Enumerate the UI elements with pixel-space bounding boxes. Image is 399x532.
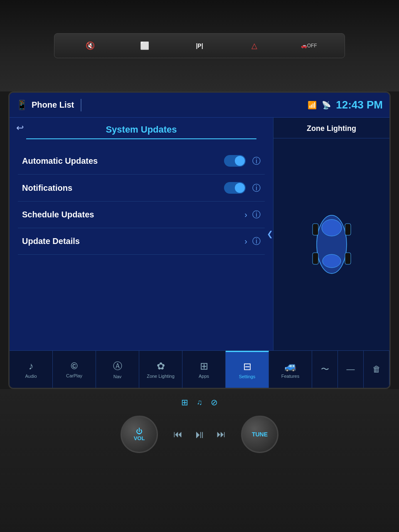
automatic-updates-toggle[interactable]	[224, 155, 246, 167]
mute-button[interactable]: 🔇	[82, 37, 99, 54]
nav-icon: Ⓐ	[113, 360, 122, 372]
notifications-row: Notifications ⓘ	[18, 175, 265, 202]
update-details-row[interactable]: Update Details › ⓘ	[18, 228, 265, 255]
settings-icon: ⊟	[243, 361, 251, 372]
notifications-toggle[interactable]	[224, 182, 246, 194]
physical-controls-bar: 🔇 ⬜ |P| △ 🚗OFF	[54, 33, 345, 58]
vehicle-off-button[interactable]: 🚗OFF	[300, 37, 317, 54]
features-label: Features	[281, 374, 299, 379]
header-bar: 📱 Phone List 📶 📡 12:43 PM	[10, 93, 389, 118]
nav-label: Nav	[113, 374, 122, 379]
signal-icon: 📶	[308, 101, 317, 110]
svg-point-2	[323, 254, 341, 268]
phone-icon: 📱	[16, 100, 27, 111]
main-content-wrapper: ↩ System Updates Automatic Updates ⓘ Not…	[10, 118, 389, 350]
notifications-info-icon[interactable]: ⓘ	[252, 182, 261, 194]
toggle-knob-2	[235, 183, 245, 193]
update-details-chevron: ›	[244, 236, 247, 246]
extra-icon-3: 🗑	[372, 365, 381, 374]
extra-icon-1: 〜	[321, 364, 329, 375]
car-display	[298, 138, 365, 350]
settings-list: Automatic Updates ⓘ Notifications ⓘ	[10, 148, 273, 255]
schedule-updates-info-icon[interactable]: ⓘ	[252, 209, 261, 220]
header-divider	[81, 99, 81, 111]
svg-rect-4	[345, 224, 351, 235]
audio-label: Audio	[25, 374, 37, 379]
automatic-updates-row: Automatic Updates ⓘ	[18, 148, 265, 175]
volume-knob[interactable]: ⏻ VOL	[121, 416, 158, 453]
tune-label: TUNE	[252, 431, 268, 438]
main-content: ↩ System Updates Automatic Updates ⓘ Not…	[10, 118, 389, 350]
header-right: 📶 📡 12:43 PM	[308, 99, 383, 111]
section-title: System Updates	[26, 118, 256, 139]
svg-point-1	[322, 219, 342, 236]
panel-resize-handle[interactable]: ❮	[267, 229, 273, 239]
automatic-updates-label: Automatic Updates	[22, 156, 224, 166]
settings-label: Settings	[239, 374, 256, 379]
apps-icon: ⊞	[200, 360, 208, 372]
nav-nav[interactable]: Ⓐ Nav	[96, 351, 139, 388]
car-diagram	[307, 203, 357, 286]
vol-label: VOL	[134, 435, 145, 441]
extra-icon-2: —	[347, 365, 355, 374]
carplay-label: CarPlay	[66, 373, 82, 378]
nav-extra-2[interactable]: —	[338, 351, 364, 388]
svg-rect-5	[313, 253, 318, 264]
media-controls: ⏮ ⏯ ⏭	[170, 427, 229, 442]
left-panel: ↩ System Updates Automatic Updates ⓘ Not…	[10, 118, 273, 350]
mute-small-button[interactable]: ⊘	[211, 397, 218, 407]
toggle-knob	[235, 156, 245, 166]
nav-audio[interactable]: ♪ Audio	[10, 351, 53, 388]
infotainment-screen: 📱 Phone List 📶 📡 12:43 PM ↩ System Updat…	[8, 91, 391, 389]
update-details-label: Update Details	[22, 236, 244, 246]
nav-bar: ♪ Audio © CarPlay Ⓐ Nav ✿ Zone Lighting …	[10, 350, 389, 388]
back-button[interactable]: ↩	[16, 123, 24, 133]
top-bezel: 🔇 ⬜ |P| △ 🚗OFF	[0, 0, 399, 91]
zone-lighting-icon: ✿	[157, 360, 165, 372]
schedule-updates-chevron: ›	[244, 210, 247, 219]
schedule-updates-label: Schedule Updates	[22, 210, 244, 219]
notifications-label: Notifications	[22, 183, 224, 193]
audio-icon: ♪	[29, 360, 34, 372]
header-title: Phone List	[32, 100, 74, 110]
nav-features[interactable]: 🚙 Features	[269, 351, 312, 388]
automatic-updates-info-icon[interactable]: ⓘ	[252, 155, 261, 167]
nav-extra-3[interactable]: 🗑	[364, 351, 389, 388]
eq-button[interactable]: ⊞	[181, 397, 188, 407]
clock-display: 12:43 PM	[336, 99, 383, 111]
nav-apps[interactable]: ⊞ Apps	[182, 351, 226, 388]
small-buttons-row: ⊞ ♫ ⊘	[181, 397, 218, 407]
nav-extra-1[interactable]: 〜	[312, 351, 338, 388]
play-pause-button[interactable]: ⏯	[192, 427, 207, 442]
media-type-button[interactable]: ♫	[197, 398, 202, 407]
zone-lighting-title: Zone Lighting	[273, 118, 389, 138]
power-icon: ⏻	[136, 428, 143, 435]
schedule-updates-row[interactable]: Schedule Updates › ⓘ	[18, 202, 265, 228]
carplay-icon: ©	[71, 361, 77, 372]
svg-rect-3	[313, 224, 318, 235]
screen-button[interactable]: ⬜	[136, 37, 153, 54]
nav-zone-lighting[interactable]: ✿ Zone Lighting	[139, 351, 182, 388]
features-icon: 🚙	[284, 360, 297, 372]
bottom-bezel: ⊞ ♫ ⊘ ⏻ VOL ⏮ ⏯ ⏭ TUNE	[0, 389, 399, 532]
park-button[interactable]: |P|	[191, 37, 208, 54]
svg-rect-6	[345, 253, 351, 264]
bottom-controls-row: ⏻ VOL ⏮ ⏯ ⏭ TUNE	[75, 416, 324, 453]
tune-knob[interactable]: TUNE	[241, 416, 278, 453]
right-panel: Zone Lighting	[273, 118, 389, 350]
zone-lighting-nav-label: Zone Lighting	[147, 374, 175, 379]
nav-carplay[interactable]: © CarPlay	[53, 351, 96, 388]
next-button[interactable]: ⏭	[214, 427, 229, 442]
hazard-button[interactable]: △	[246, 37, 263, 54]
wifi-icon: 📡	[322, 101, 331, 110]
apps-label: Apps	[199, 374, 209, 379]
update-details-info-icon[interactable]: ⓘ	[252, 236, 261, 247]
prev-button[interactable]: ⏮	[170, 427, 185, 442]
nav-settings[interactable]: ⊟ Settings	[226, 351, 269, 388]
